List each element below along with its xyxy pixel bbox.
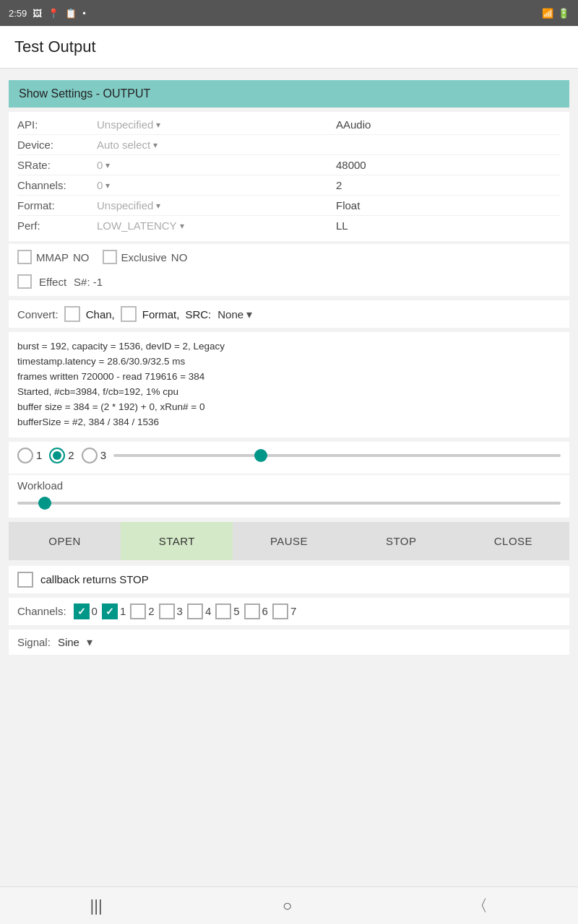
exclusive-label: Exclusive <box>121 251 167 263</box>
callback-checkbox[interactable] <box>17 572 33 588</box>
signal-dropdown-arrow[interactable]: ▾ <box>87 635 92 649</box>
radio-outer-3[interactable] <box>82 448 98 463</box>
title-bar: Test Output <box>0 26 578 69</box>
status-right: 📶 🔋 <box>542 8 569 19</box>
start-button[interactable]: START <box>121 522 233 560</box>
workload-slider-thumb[interactable] <box>38 497 51 510</box>
open-button[interactable]: OPEN <box>9 522 121 560</box>
radio-option-3[interactable]: 3 <box>82 448 106 463</box>
api-right-value: AAudio <box>322 118 561 131</box>
format-right-value: Float <box>322 199 561 212</box>
channel-item-3[interactable]: 3 <box>159 603 183 619</box>
battery-icon: 🔋 <box>558 8 569 19</box>
device-row: Device: Auto select ▾ <box>17 135 561 155</box>
nav-home-icon[interactable]: ○ <box>282 897 292 915</box>
chan-checkbox[interactable] <box>64 306 80 322</box>
device-left-value[interactable]: Auto select ▾ <box>97 139 322 151</box>
radio-slider[interactable] <box>113 448 561 463</box>
channel-item-1[interactable]: 1 <box>102 603 126 619</box>
mmap-checkbox-item[interactable]: MMAP NO <box>17 250 90 264</box>
srate-dropdown-arrow[interactable]: ▾ <box>105 160 110 170</box>
radio-slider-thumb[interactable] <box>254 449 267 462</box>
channel-item-7[interactable]: 7 <box>272 603 296 619</box>
channel-7-num: 7 <box>290 605 296 617</box>
show-settings-header[interactable]: Show Settings - OUTPUT <box>9 80 569 108</box>
channel-5-checkbox[interactable] <box>215 603 231 619</box>
signal-label: Signal: <box>17 636 51 648</box>
channels-dropdown-arrow[interactable]: ▾ <box>105 180 110 191</box>
channel-1-checkbox[interactable] <box>102 603 118 619</box>
channel-4-checkbox[interactable] <box>187 603 203 619</box>
mmap-checkbox[interactable] <box>17 250 32 264</box>
signal-value: Sine <box>58 636 79 648</box>
close-button[interactable]: CLOSE <box>457 522 569 560</box>
main-content: Show Settings - OUTPUT API: Unspecified … <box>0 69 578 671</box>
nav-menu-icon[interactable]: ||| <box>90 897 103 915</box>
channel-6-checkbox[interactable] <box>244 603 260 619</box>
perf-left-value[interactable]: LOW_LATENCY ▾ <box>97 219 322 232</box>
info-block: burst = 192, capacity = 1536, devID = 2,… <box>9 332 569 437</box>
effect-label: Effect <box>39 276 66 288</box>
channel-4-num: 4 <box>205 605 211 617</box>
info-line-2: timestamp.latency = 28.6/30.9/32.5 ms <box>17 354 561 370</box>
radio-group: 1 2 3 <box>17 448 561 463</box>
channel-1-num: 1 <box>120 605 126 617</box>
src-dropdown-arrow[interactable]: ▾ <box>246 308 252 321</box>
channels-setting-label: Channels: <box>17 179 97 191</box>
radio-inner-2 <box>53 451 61 460</box>
device-label: Device: <box>17 139 97 151</box>
format-left-value[interactable]: Unspecified ▾ <box>97 199 322 212</box>
perf-dropdown-arrow[interactable]: ▾ <box>180 221 184 231</box>
channel-6-num: 6 <box>262 605 268 617</box>
channel-2-num: 2 <box>148 605 154 617</box>
format-dropdown-arrow[interactable]: ▾ <box>156 201 160 211</box>
stop-button[interactable]: STOP <box>345 522 457 560</box>
radio-option-2[interactable]: 2 <box>49 448 74 463</box>
action-buttons: OPEN START PAUSE STOP CLOSE <box>9 522 569 560</box>
radio-outer-1[interactable] <box>17 448 33 463</box>
channels-setting-row: Channels: 0 ▾ 2 <box>17 175 561 196</box>
exclusive-checkbox-item[interactable]: Exclusive NO <box>103 250 188 264</box>
effect-checkbox[interactable] <box>17 274 32 289</box>
channel-0-checkbox[interactable] <box>74 603 90 619</box>
channel-7-checkbox[interactable] <box>272 603 288 619</box>
clipboard-icon: 📋 <box>65 8 77 19</box>
radio-num-3: 3 <box>100 449 106 461</box>
time: 2:59 <box>9 8 27 19</box>
pause-button[interactable]: PAUSE <box>233 522 345 560</box>
format-checkbox[interactable] <box>121 306 137 322</box>
radio-slider-row: 1 2 3 <box>9 442 569 474</box>
status-bar: 2:59 🖼 📍 📋 • 📶 🔋 <box>0 0 578 26</box>
radio-outer-2[interactable] <box>49 448 65 463</box>
format-row: Format: Unspecified ▾ Float <box>17 196 561 216</box>
exclusive-checkbox[interactable] <box>103 250 117 264</box>
srate-left-value[interactable]: 0 ▾ <box>97 159 322 171</box>
photo-icon: 🖼 <box>33 8 42 19</box>
channel-item-2[interactable]: 2 <box>130 603 154 619</box>
perf-right-value: LL <box>322 219 561 232</box>
channel-item-0[interactable]: 0 <box>74 603 98 619</box>
channel-item-5[interactable]: 5 <box>215 603 239 619</box>
api-left-value[interactable]: Unspecified ▾ <box>97 118 322 131</box>
signal-row: Signal: Sine ▾ <box>9 629 569 655</box>
channel-3-checkbox[interactable] <box>159 603 175 619</box>
channels-right-value: 2 <box>322 179 561 191</box>
radio-option-1[interactable]: 1 <box>17 448 42 463</box>
api-label: API: <box>17 118 97 131</box>
channel-item-6[interactable]: 6 <box>244 603 268 619</box>
channel-item-4[interactable]: 4 <box>187 603 211 619</box>
status-left: 2:59 🖼 📍 📋 • <box>9 8 86 19</box>
info-line-6: bufferSize = #2, 384 / 384 / 1536 <box>17 415 561 430</box>
channels-left-value[interactable]: 0 ▾ <box>97 179 322 191</box>
channels-row-label: Channels: <box>17 605 66 617</box>
src-select[interactable]: None ▾ <box>217 307 253 322</box>
workload-label: Workload <box>17 479 561 492</box>
device-dropdown-arrow[interactable]: ▾ <box>153 140 158 150</box>
api-dropdown-arrow[interactable]: ▾ <box>156 120 160 130</box>
channel-2-checkbox[interactable] <box>130 603 146 619</box>
chan-label: Chan, <box>86 308 115 321</box>
workload-slider[interactable] <box>17 496 561 510</box>
nav-back-icon[interactable]: 〈 <box>472 895 488 917</box>
exclusive-value: NO <box>171 251 188 263</box>
info-line-5: buffer size = 384 = (2 * 192) + 0, xRun#… <box>17 400 561 415</box>
